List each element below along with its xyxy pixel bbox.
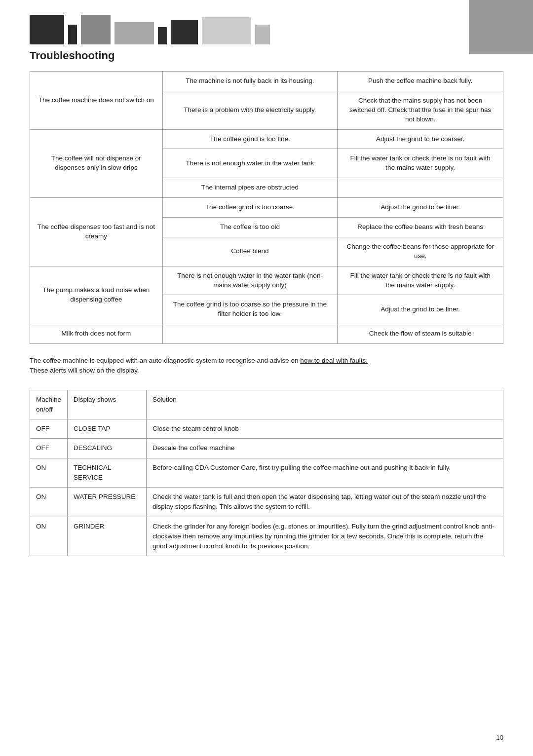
diag-header-cell: Solution — [147, 390, 503, 419]
header-right-block — [469, 0, 533, 54]
diag-solution-cell: Check the grinder for any foreign bodies… — [147, 517, 503, 556]
solution-cell: Check the flow of steam is suitable — [338, 324, 503, 344]
cause-cell: There is a problem with the electricity … — [162, 91, 338, 129]
diag-solution-cell: Descale the coffee machine — [147, 439, 503, 458]
header-block-8 — [255, 25, 270, 44]
cause-cell: The coffee grind is too fine. — [162, 129, 338, 149]
info-text-1: The coffee machine is equipped with an a… — [30, 357, 300, 364]
solution-cell: Fill the water tank or check there is no… — [338, 266, 503, 295]
header-block-2 — [68, 25, 77, 44]
diag-header-cell: Display shows — [68, 390, 147, 419]
header-block-7 — [202, 17, 251, 44]
diag-header-cell: Machine on/off — [30, 390, 68, 419]
diag-machine-cell: OFF — [30, 439, 68, 458]
problem-cell: The coffee dispenses too fast and is not… — [30, 198, 163, 266]
header-block-5 — [158, 27, 167, 44]
cause-cell: The coffee grind is too coarse so the pr… — [162, 295, 338, 324]
header-block-1 — [30, 15, 64, 44]
diag-machine-cell: OFF — [30, 419, 68, 439]
cause-cell: The internal pipes are obstructed — [162, 178, 338, 198]
troubleshooting-table: The coffee machine does not switch onThe… — [30, 71, 503, 344]
info-paragraph: The coffee machine is equipped with an a… — [30, 356, 444, 376]
header-bar — [0, 0, 533, 44]
diag-solution-cell: Check the water tank is full and then op… — [147, 488, 503, 517]
diagnostic-table: Machine on/offDisplay showsSolution OFFC… — [30, 390, 503, 557]
page-number: 10 — [496, 734, 503, 741]
cause-cell: The coffee is too old — [162, 218, 338, 237]
cause-cell: There is not enough water in the water t… — [162, 266, 338, 295]
diag-machine-cell: ON — [30, 458, 68, 488]
info-highlight: how to deal with faults. — [300, 357, 368, 364]
diag-display-cell: TECHNICAL SERVICE — [68, 458, 147, 488]
problem-cell: Milk froth does not form — [30, 324, 163, 344]
cause-cell: Coffee blend — [162, 237, 338, 266]
header-block-4 — [114, 22, 154, 44]
problem-cell: The coffee machine does not switch on — [30, 72, 163, 130]
diag-display-cell: CLOSE TAP — [68, 419, 147, 439]
diag-solution-cell: Close the steam control knob — [147, 419, 503, 439]
solution-cell: Adjust the grind to be finer. — [338, 295, 503, 324]
diag-display-cell: DESCALING — [68, 439, 147, 458]
solution-cell: Replace the coffee beans with fresh bean… — [338, 218, 503, 237]
solution-cell: Change the coffee beans for those approp… — [338, 237, 503, 266]
cause-cell: The machine is not fully back in its hou… — [162, 72, 338, 91]
problem-cell: The coffee will not dispense or dispense… — [30, 129, 163, 198]
info-text-2: These alerts will show on the display. — [30, 367, 139, 374]
diag-display-cell: WATER PRESSURE — [68, 488, 147, 517]
solution-cell: Adjust the grind to be coarser. — [338, 129, 503, 149]
problem-cell: The pump makes a loud noise when dispens… — [30, 266, 163, 324]
diag-machine-cell: ON — [30, 517, 68, 556]
solution-cell: Push the coffee machine back fully. — [338, 72, 503, 91]
cause-cell: There is not enough water in the water t… — [162, 149, 338, 178]
solution-cell: Adjust the grind to be finer. — [338, 198, 503, 218]
header-block-6 — [171, 20, 198, 44]
header-block-3 — [81, 15, 111, 44]
cause-cell: The coffee grind is too coarse. — [162, 198, 338, 218]
cause-cell — [162, 324, 338, 344]
solution-cell — [338, 178, 503, 198]
page-content: Troubleshooting The coffee machine does … — [0, 49, 533, 586]
page-title: Troubleshooting — [30, 49, 503, 62]
diag-display-cell: GRINDER — [68, 517, 147, 556]
solution-cell: Fill the water tank or check there is no… — [338, 149, 503, 178]
diag-machine-cell: ON — [30, 488, 68, 517]
diag-solution-cell: Before calling CDA Customer Care, first … — [147, 458, 503, 488]
solution-cell: Check that the mains supply has not been… — [338, 91, 503, 129]
